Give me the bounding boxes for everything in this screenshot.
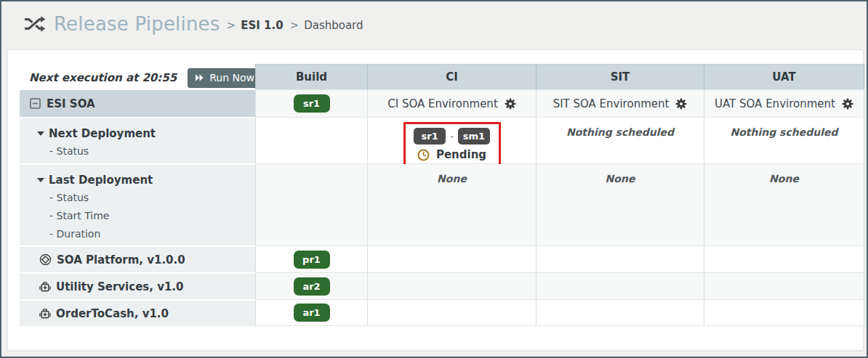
last-deployment-start-time-label: - Start Time [37,207,255,225]
column-header-ci: CI [367,64,536,89]
gear-icon[interactable] [675,98,687,110]
cell-uat-ordertocash [704,300,864,325]
cell-sit-environment: SIT SOA Environment [536,90,704,117]
run-now-label: Run Now [209,72,254,84]
nothing-scheduled-label: Nothing scheduled [566,126,674,138]
next-deployment-label: Next Deployment [49,127,156,140]
row-last-deployment: None None None [255,163,864,245]
environment-name: UAT SOA Environment [715,97,835,110]
cell-build-ordertocash: ar1 [255,300,367,325]
gear-icon[interactable] [505,98,516,110]
next-deployment-row: Next Deployment - Status [20,118,255,163]
cell-uat-last: None [704,164,864,245]
column-header-uat: UAT [704,64,864,89]
cell-sit-utility-services [536,273,704,299]
column-header-sit: SIT [536,64,704,89]
run-now-button[interactable]: Run Now [188,68,263,88]
collapse-minus-icon[interactable] [30,98,41,109]
cell-sit-last: None [536,164,704,245]
last-deployment-row: Last Deployment - Status - Start Time - … [20,165,255,245]
snapshot-badge[interactable]: sm1 [458,128,490,145]
breadcrumb-current-page: Dashboard [304,19,363,32]
pipeline-left-panel: ESI SOA Next Deployment - Status Last De… [20,90,255,328]
breadcrumb-release[interactable]: ESI 1.0 [241,19,283,32]
last-deployment-toggle[interactable]: Last Deployment [37,171,255,189]
package-icon [39,253,52,266]
cell-ci-environment: CI SOA Environment [367,90,536,117]
project-icon [39,281,51,293]
deployment-badge-pair: sr1 - sm1 [414,128,490,145]
deployment-status: Pending [417,148,486,161]
build-badge[interactable]: ar2 [294,277,330,296]
row-next-deployment: sr1 - sm1 Pending [255,117,864,163]
project-label: Utility Services, v1.0 [56,280,184,293]
breadcrumb-separator: > [290,19,300,32]
cell-build-next [255,118,367,163]
caret-down-icon [37,178,44,182]
project-row-utility-services[interactable]: Utility Services, v1.0 [20,274,255,299]
release-pipelines-page: Release Pipelines > ESI 1.0 > Dashboard … [0,0,868,358]
none-label: None [769,173,799,184]
cell-sit-next: Nothing scheduled [536,118,704,163]
shuffle-icon [24,15,46,33]
pipeline-row-esi-soa[interactable]: ESI SOA [20,90,255,117]
cell-sit-ordertocash [536,300,704,325]
cell-ci-last: None [367,164,536,245]
cell-uat-utility-services [704,273,864,299]
fast-forward-icon [195,73,204,82]
cell-uat-soa-platform [704,246,864,272]
pipeline-grid: sr1 CI SOA Environment [255,89,864,326]
page-title: Release Pipelines [54,13,220,35]
pending-status-label: Pending [436,148,486,161]
cell-ci-soa-platform [367,246,536,272]
cell-build-utility-services: ar2 [255,273,367,299]
column-header-build: Build [255,64,367,89]
cell-sit-soa-platform [536,246,704,272]
cell-build-last [255,164,367,245]
last-deployment-label: Last Deployment [49,174,153,187]
row-project-utility-services: ar2 [255,272,864,299]
project-label: SOA Platform, v1.0.0 [57,253,185,267]
clock-icon [417,149,430,161]
none-label: None [437,173,467,184]
caret-down-icon [37,131,44,136]
cell-build-pipeline: sr1 [255,90,367,117]
environment-name: SIT SOA Environment [553,97,670,110]
last-deployment-duration-label: - Duration [37,225,255,243]
row-pipeline: sr1 CI SOA Environment [255,89,864,117]
column-headers: Build CI SIT UAT [255,64,864,89]
last-deployment-status-label: - Status [37,189,255,207]
row-project-soa-platform: pr1 [255,245,864,272]
project-row-ordertocash[interactable]: OrderToCash, v1.0 [20,301,255,326]
annotation-red-box: sr1 - sm1 Pending [403,122,501,168]
gear-icon[interactable] [842,98,853,110]
project-icon [39,308,51,320]
app-header: Release Pipelines > ESI 1.0 > Dashboard [1,1,867,46]
cell-ci-utility-services [367,273,536,299]
project-label: OrderToCash, v1.0 [56,307,169,320]
build-badge[interactable]: sr1 [294,94,330,113]
next-deployment-toggle[interactable]: Next Deployment [37,124,255,142]
pipeline-dashboard-card: Next execution at 20:55 Run Now [7,49,864,351]
nothing-scheduled-label: Nothing scheduled [730,126,837,138]
cell-ci-ordertocash [367,300,536,325]
cell-uat-environment: UAT SOA Environment [704,90,864,117]
breadcrumb-separator: > [227,19,236,32]
next-deployment-status-label: - Status [37,142,255,160]
project-row-soa-platform[interactable]: SOA Platform, v1.0.0 [20,247,255,272]
badge-separator: - [450,131,454,142]
cell-build-soa-platform: pr1 [255,246,367,272]
next-execution-label: Next execution at 20:55 [29,71,177,84]
none-label: None [606,173,635,184]
build-badge[interactable]: ar1 [294,304,330,322]
release-badge[interactable]: sr1 [414,128,446,145]
cell-uat-next: Nothing scheduled [704,118,864,163]
row-project-ordertocash: ar1 [255,299,864,326]
pipeline-name: ESI SOA [47,97,95,110]
cell-ci-next: sr1 - sm1 Pending [367,118,536,163]
toolbar: Next execution at 20:55 Run Now [29,66,294,89]
environment-name: CI SOA Environment [387,97,498,110]
build-badge[interactable]: pr1 [294,251,330,269]
